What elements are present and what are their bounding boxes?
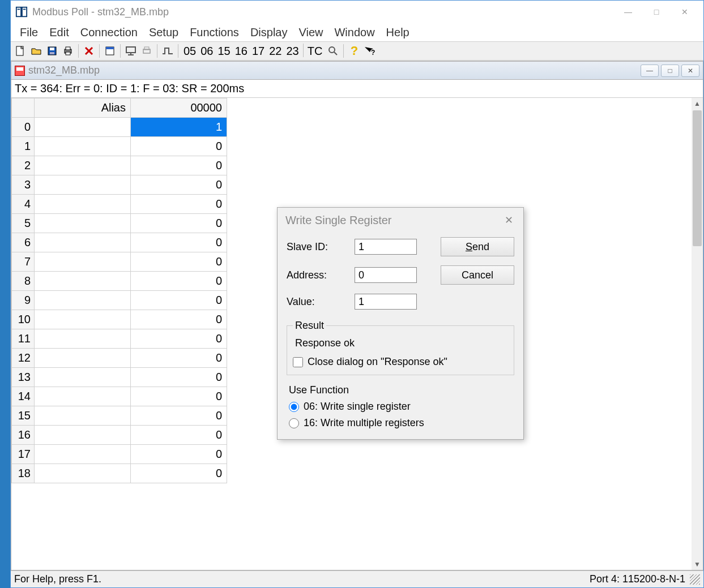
value-cell[interactable]: 0 — [131, 137, 227, 156]
table-row[interactable]: 40 — [12, 195, 227, 214]
alias-cell[interactable] — [35, 387, 131, 406]
row-header[interactable]: 9 — [12, 291, 35, 310]
table-row[interactable]: 120 — [12, 349, 227, 368]
value-cell[interactable]: 0 — [131, 175, 227, 195]
alias-cell[interactable] — [35, 252, 131, 272]
value-cell[interactable]: 0 — [131, 272, 227, 291]
slave-id-input[interactable] — [355, 239, 417, 255]
child-maximize-button[interactable]: □ — [661, 65, 679, 77]
table-row[interactable]: 10 — [12, 137, 227, 156]
toolbar-05[interactable]: 05 — [181, 44, 198, 58]
value-cell[interactable]: 0 — [131, 156, 227, 175]
dialog-close-button[interactable]: ✕ — [502, 213, 515, 227]
alias-cell[interactable] — [35, 426, 131, 445]
function-16-radio[interactable]: 16: Write multiple registers — [289, 415, 512, 431]
table-row[interactable]: 160 — [12, 426, 227, 445]
table-row[interactable]: 20 — [12, 156, 227, 175]
close-on-ok-checkbox[interactable]: Close dialog on "Response ok" — [293, 354, 508, 370]
context-help-icon[interactable]: ? — [362, 44, 377, 58]
row-header[interactable]: 10 — [12, 310, 35, 329]
close-on-ok-input[interactable] — [293, 357, 303, 367]
alias-cell[interactable] — [35, 195, 131, 214]
menu-setup[interactable]: Setup — [143, 25, 184, 40]
pulse-icon[interactable] — [160, 44, 175, 58]
function-06-radio[interactable]: 06: Write single register — [289, 398, 512, 415]
value-cell[interactable]: 1 — [131, 118, 227, 137]
close-button[interactable]: ✕ — [671, 3, 699, 20]
scroll-thumb[interactable] — [693, 110, 702, 246]
alias-cell[interactable] — [35, 137, 131, 156]
alias-cell[interactable] — [35, 214, 131, 233]
column-00000[interactable]: 00000 — [131, 98, 227, 118]
alias-cell[interactable] — [35, 291, 131, 310]
value-cell[interactable]: 0 — [131, 214, 227, 233]
scroll-up-icon[interactable]: ▲ — [692, 98, 703, 109]
value-cell[interactable]: 0 — [131, 406, 227, 426]
alias-cell[interactable] — [35, 464, 131, 483]
toolbar-22[interactable]: 22 — [267, 44, 284, 58]
value-cell[interactable]: 0 — [131, 368, 227, 387]
value-cell[interactable]: 0 — [131, 329, 227, 349]
alias-cell[interactable] — [35, 368, 131, 387]
toolbar-16[interactable]: 16 — [233, 44, 250, 58]
value-cell[interactable]: 0 — [131, 349, 227, 368]
table-row[interactable]: 60 — [12, 233, 227, 252]
table-row[interactable]: 140 — [12, 387, 227, 406]
alias-cell[interactable] — [35, 118, 131, 137]
cancel-button[interactable]: Cancel — [441, 265, 514, 285]
alias-cell[interactable] — [35, 406, 131, 426]
printer2-icon[interactable] — [139, 44, 154, 58]
save-icon[interactable] — [45, 44, 59, 58]
menu-connection[interactable]: Connection — [75, 25, 143, 40]
value-cell[interactable]: 0 — [131, 252, 227, 272]
table-row[interactable]: 170 — [12, 445, 227, 464]
table-row[interactable]: 180 — [12, 464, 227, 483]
send-button[interactable]: Send — [441, 237, 514, 256]
alias-cell[interactable] — [35, 233, 131, 252]
table-row[interactable]: 100 — [12, 310, 227, 329]
row-header[interactable]: 6 — [12, 233, 35, 252]
toolbar-06[interactable]: 06 — [198, 44, 215, 58]
row-header[interactable]: 11 — [12, 329, 35, 349]
row-header[interactable]: 14 — [12, 387, 35, 406]
menu-functions[interactable]: Functions — [184, 25, 245, 40]
child-close-button[interactable]: ✕ — [681, 65, 699, 77]
magnify-icon[interactable] — [326, 44, 340, 58]
value-cell[interactable]: 0 — [131, 195, 227, 214]
alias-cell[interactable] — [35, 349, 131, 368]
open-icon[interactable] — [29, 44, 44, 58]
value-cell[interactable]: 0 — [131, 310, 227, 329]
alias-cell[interactable] — [35, 445, 131, 464]
toolbar-tc[interactable]: TC — [305, 44, 325, 58]
help-icon[interactable]: ? — [347, 44, 361, 58]
row-header[interactable]: 15 — [12, 406, 35, 426]
row-header[interactable]: 2 — [12, 156, 35, 175]
table-row[interactable]: 80 — [12, 272, 227, 291]
table-row[interactable]: 50 — [12, 214, 227, 233]
toolbar-17[interactable]: 17 — [250, 44, 267, 58]
value-cell[interactable]: 0 — [131, 291, 227, 310]
minimize-button[interactable]: — — [614, 3, 642, 20]
table-row[interactable]: 30 — [12, 175, 227, 195]
address-input[interactable] — [355, 267, 417, 283]
monitor-icon[interactable] — [123, 44, 138, 58]
column-alias[interactable]: Alias — [35, 98, 131, 118]
row-header[interactable]: 7 — [12, 252, 35, 272]
row-header[interactable]: 16 — [12, 426, 35, 445]
print-icon[interactable] — [61, 44, 75, 58]
row-header[interactable]: 1 — [12, 137, 35, 156]
menu-view[interactable]: View — [293, 25, 328, 40]
row-header[interactable]: 3 — [12, 175, 35, 195]
value-input[interactable] — [355, 294, 417, 310]
row-header[interactable]: 0 — [12, 118, 35, 137]
row-header[interactable]: 17 — [12, 445, 35, 464]
alias-cell[interactable] — [35, 272, 131, 291]
value-cell[interactable]: 0 — [131, 445, 227, 464]
vertical-scrollbar[interactable]: ▲ ▼ — [692, 98, 703, 570]
value-cell[interactable]: 0 — [131, 387, 227, 406]
alias-cell[interactable] — [35, 156, 131, 175]
table-row[interactable]: 110 — [12, 329, 227, 349]
value-cell[interactable]: 0 — [131, 426, 227, 445]
menu-help[interactable]: Help — [381, 25, 415, 40]
row-header[interactable]: 12 — [12, 349, 35, 368]
